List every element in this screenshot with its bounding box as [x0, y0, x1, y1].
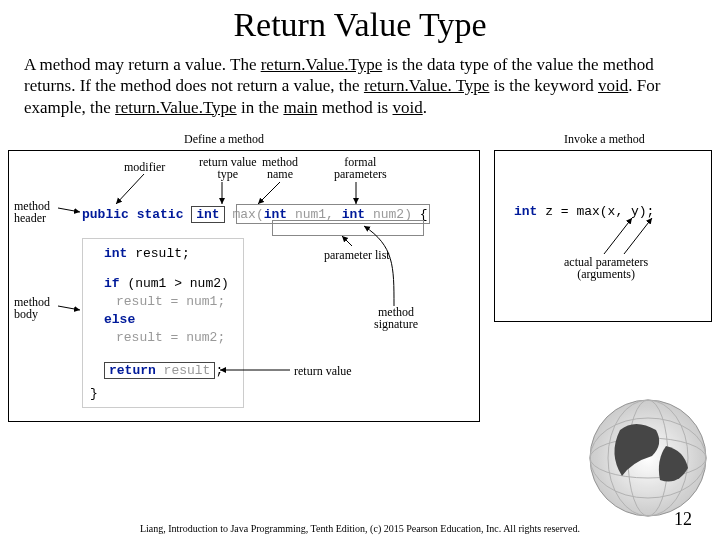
retval-label: return value: [294, 364, 352, 379]
define-box: [8, 150, 480, 422]
methodsig-label: methodsignature: [374, 306, 418, 330]
paramlist-label: parameter list: [324, 248, 390, 263]
methodheader-label: methodheader: [14, 200, 50, 224]
define-label: Define a method: [184, 132, 264, 147]
invoke-code: int z = max(x, y);: [514, 204, 654, 219]
methodbody-label: methodbody: [14, 296, 50, 320]
footer-text: Liang, Introduction to Java Programming,…: [0, 523, 720, 534]
modifier-label: modifier: [124, 160, 165, 175]
invoke-box: [494, 150, 712, 322]
body-l4: else: [104, 312, 135, 327]
methodname-label: methodname: [262, 156, 298, 180]
param-list-box: [272, 220, 424, 236]
formalparams-label: formalparameters: [334, 156, 387, 180]
body-l2: if (num1 > num2): [104, 276, 229, 291]
page-title: Return Value Type: [0, 6, 720, 44]
retvaltype-label: return valuetype: [199, 156, 257, 180]
figure: Define a method Invoke a method modifier…: [4, 126, 716, 436]
body-l7: }: [90, 386, 98, 401]
body-l1: int result;: [104, 246, 190, 261]
body-l5: result = num2;: [116, 330, 225, 345]
svg-point-11: [590, 438, 706, 478]
body-l6: return result;: [104, 362, 223, 379]
invoke-label: Invoke a method: [564, 132, 645, 147]
actualparams-label: actual parameters(arguments): [564, 256, 648, 280]
body-paragraph: A method may return a value. The return.…: [24, 54, 696, 118]
page-number: 12: [674, 509, 692, 530]
body-l3: result = num1;: [116, 294, 225, 309]
